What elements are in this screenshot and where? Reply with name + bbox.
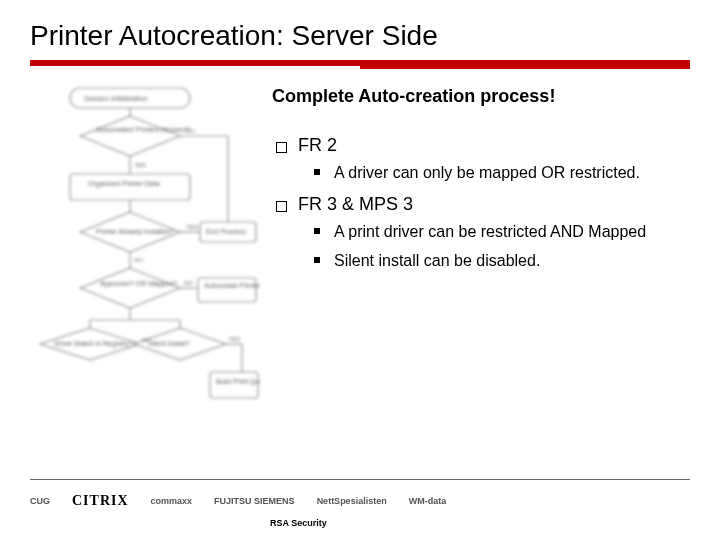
- flow-label-no: NO: [186, 128, 195, 134]
- content-area: Session Initialization Autocreated Print…: [30, 84, 690, 418]
- flow-label-yes: YES: [186, 224, 198, 230]
- flow-node: Silent Install?: [148, 340, 190, 347]
- flow-label-no: NO: [134, 257, 143, 263]
- slide: Printer Autocreation: Server Side: [0, 0, 720, 540]
- svg-rect-9: [210, 372, 258, 398]
- slide-subtitle: Complete Auto-creation process!: [272, 86, 690, 107]
- bullet-list: FR 2 A driver can only be mapped OR rest…: [272, 135, 690, 272]
- svg-marker-1: [80, 116, 180, 156]
- logo-citrix: CITRIX: [72, 493, 129, 509]
- bullet-item: FR 2 A driver can only be mapped OR rest…: [272, 135, 690, 184]
- sub-bullet: A driver can only be mapped OR restricte…: [308, 162, 690, 184]
- flow-label-no: NO: [184, 280, 193, 286]
- slide-title: Printer Autocreation: Server Side: [30, 20, 690, 52]
- flow-label-no: NO: [142, 337, 151, 343]
- flow-node: Autocreate Printers?: [204, 282, 260, 289]
- flow-label-yes: YES: [228, 336, 240, 342]
- bullet-item: FR 3 & MPS 3 A print driver can be restr…: [272, 194, 690, 272]
- bullet-label: FR 3 & MPS 3: [298, 194, 413, 214]
- flow-node: Driver Match in Registry?: [54, 340, 133, 348]
- flow-label-yes: YES: [134, 162, 146, 168]
- svg-rect-2: [70, 174, 190, 200]
- flow-node: Autocreated Printers Allowed?: [96, 126, 190, 133]
- flow-node: Organized Printer Data: [88, 180, 160, 188]
- flowchart: Session Initialization Autocreated Print…: [30, 84, 260, 414]
- logo-fujitsu: FUJITSU SIEMENS: [214, 496, 295, 506]
- sub-bullet: A print driver can be restricted AND Map…: [308, 221, 690, 243]
- flow-node: Printer Already Installed?: [96, 228, 174, 236]
- sub-bullet: Silent install can be disabled.: [308, 250, 690, 272]
- flow-node: Build Print Queue: [216, 378, 260, 386]
- flow-node: Approved? OR Mapped?: [100, 280, 178, 288]
- logo-commaxx: commaxx: [151, 496, 193, 506]
- flowchart-wrap: Session Initialization Autocreated Print…: [30, 84, 260, 418]
- footer-rsa: RSA Security: [270, 518, 690, 528]
- svg-marker-5: [80, 268, 180, 308]
- footer: CUG CITRIX commaxx FUJITSU SIEMENS NettS…: [30, 479, 690, 528]
- bullet-label: FR 2: [298, 135, 337, 155]
- flow-node: Session Initialization: [84, 95, 148, 102]
- logo-wmdata: WM-data: [409, 496, 447, 506]
- flow-node: End Process: [206, 228, 246, 235]
- logo-nett: NettSpesialisten: [317, 496, 387, 506]
- text-column: Complete Auto-creation process! FR 2 A d…: [272, 84, 690, 418]
- logo-cug: CUG: [30, 496, 50, 506]
- logo-row: CUG CITRIX commaxx FUJITSU SIEMENS NettS…: [30, 486, 690, 516]
- divider-bar: [30, 60, 690, 70]
